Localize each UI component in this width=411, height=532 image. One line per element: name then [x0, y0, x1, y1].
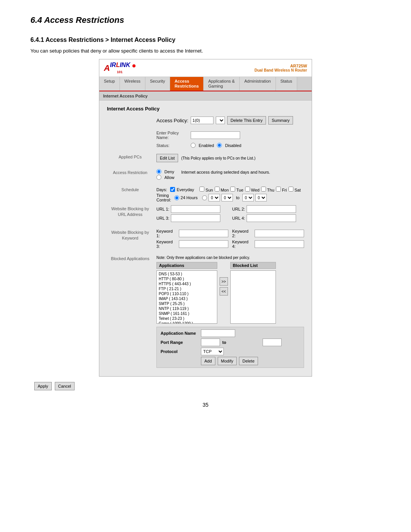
- fri-checkbox[interactable]: [276, 187, 281, 192]
- tab-setup[interactable]: Setup: [99, 77, 120, 91]
- blocked-listbox[interactable]: [230, 270, 276, 324]
- schedule-section: Schedule Days: Everyday Sun Mon Tue Wed …: [107, 187, 304, 202]
- url2-input[interactable]: [247, 205, 296, 213]
- url4-input[interactable]: [247, 214, 296, 222]
- tab-security[interactable]: Security: [145, 77, 170, 91]
- url-grid: URL 1: URL 2: URL 3: URL 4:: [156, 205, 304, 222]
- allow-radio-group: Allow: [156, 175, 174, 180]
- list-item[interactable]: IMAP ( 143-143 ): [158, 296, 216, 301]
- deny-radio[interactable]: [156, 169, 161, 174]
- url3-label: URL 3:: [156, 216, 169, 220]
- list-item[interactable]: NNTP ( 119-119 ): [158, 306, 216, 311]
- status-radio-group: Enabled Disabled: [191, 143, 241, 148]
- list-item[interactable]: Game ( 1000-1200 ): [158, 321, 216, 324]
- timing-24h-radio[interactable]: [174, 195, 179, 200]
- kw3-row: Keyword 3:: [156, 240, 228, 249]
- timing-to-h-select[interactable]: 0: [242, 194, 254, 201]
- port-to-input[interactable]: [263, 339, 282, 346]
- url1-input[interactable]: [171, 205, 220, 213]
- tab-wireless[interactable]: Wireless: [120, 77, 145, 91]
- port-actions: Add Modify Delete: [161, 357, 300, 365]
- protocol-row: Protocol TCP UDP Both: [161, 348, 300, 355]
- router-logo: A IRLINK 101: [104, 62, 135, 74]
- mon-checkbox[interactable]: [215, 187, 220, 192]
- status-enabled-radio[interactable]: [191, 143, 196, 148]
- tab-access-restrictions[interactable]: AccessRestrictions: [170, 77, 204, 91]
- delete-entry-button[interactable]: Delete This Entry: [227, 116, 266, 125]
- tab-administration[interactable]: Administration: [240, 77, 276, 91]
- kw2-input[interactable]: [255, 230, 304, 237]
- tue-checkbox[interactable]: [230, 187, 235, 192]
- apply-button[interactable]: Apply: [34, 382, 52, 390]
- timing-to-m-select[interactable]: 0: [255, 194, 267, 201]
- modify-port-button[interactable]: Modify: [218, 357, 237, 365]
- list-item[interactable]: HTTPS ( 443-443 ): [158, 281, 216, 286]
- status-disabled-label: Disabled: [225, 143, 241, 148]
- port-from-input[interactable]: [201, 339, 220, 346]
- sun-checkbox[interactable]: [199, 187, 204, 192]
- apps-arrows: >> <<: [220, 262, 228, 296]
- list-item[interactable]: SMTP ( 25-25 ): [158, 301, 216, 306]
- applications-listbox[interactable]: DNS ( 53-53 ) HTTP ( 80-80 ) HTTPS ( 443…: [156, 270, 217, 324]
- tab-applications-gaming[interactable]: Applications &Gaming: [204, 77, 240, 91]
- delete-port-button[interactable]: Delete: [239, 357, 258, 365]
- access-restriction-label: Access Restriction: [107, 169, 156, 184]
- list-item[interactable]: DNS ( 53-53 ): [158, 272, 216, 276]
- kw4-row: Keyword 4:: [232, 240, 304, 249]
- remove-from-blocked-button[interactable]: <<: [220, 287, 228, 296]
- apps-container: Applications DNS ( 53-53 ) HTTP ( 80-80 …: [156, 262, 304, 324]
- list-item[interactable]: SNMP ( 161-161 ): [158, 311, 216, 316]
- days-label: Days:: [156, 187, 167, 192]
- timing-custom-radio[interactable]: [202, 195, 207, 200]
- policy-name-label: Enter Policy Name:: [156, 131, 191, 140]
- list-item[interactable]: Telnet ( 23-23 ): [158, 316, 216, 321]
- page-title: 6.4 Access Restrictions: [30, 15, 381, 25]
- allow-radio[interactable]: [156, 175, 161, 180]
- summary-button[interactable]: Summary: [268, 116, 293, 125]
- sat-checkbox[interactable]: [288, 187, 293, 192]
- add-to-blocked-button[interactable]: >>: [220, 277, 228, 286]
- list-item[interactable]: POP3 ( 110-110 ): [158, 291, 216, 296]
- add-port-button[interactable]: Add: [201, 357, 215, 365]
- sub-nav-internet-access[interactable]: Internet Access Policy: [103, 94, 148, 98]
- access-policy-input[interactable]: [191, 117, 213, 124]
- list-item[interactable]: HTTP ( 80-80 ): [158, 276, 216, 281]
- app-name-input[interactable]: [201, 329, 235, 337]
- url3-input[interactable]: [171, 214, 220, 222]
- form-section-title: Internet Access Policy: [107, 106, 304, 112]
- everyday-checkbox[interactable]: [170, 187, 175, 192]
- url3-row: URL 3:: [156, 214, 228, 222]
- policy-name-section: Enter Policy Name: Status: Enabled Disab…: [107, 131, 304, 151]
- kw4-input[interactable]: [255, 240, 304, 248]
- policy-name-input[interactable]: [191, 131, 240, 139]
- thu-checkbox[interactable]: [261, 187, 266, 192]
- port-section: Application Name Port Range to Protocol …: [156, 327, 304, 368]
- timing-from-h-select[interactable]: 0: [209, 194, 220, 201]
- protocol-select[interactable]: TCP UDP Both: [201, 348, 224, 355]
- status-label: Status:: [156, 143, 191, 148]
- timing-from-m-select[interactable]: 0: [221, 194, 233, 201]
- applications-header: Applications: [156, 262, 217, 269]
- access-policy-select[interactable]: ▼: [216, 117, 225, 124]
- kw3-label: Keyword 3:: [156, 240, 177, 249]
- everyday-label: Everyday: [177, 187, 194, 192]
- deny-description: Internet access during selected days and…: [181, 170, 270, 174]
- deny-label: Deny: [164, 169, 174, 174]
- logo-dot: [132, 64, 135, 67]
- status-disabled-radio[interactable]: [217, 143, 222, 148]
- edit-list-button[interactable]: Edit List: [156, 154, 178, 162]
- list-item[interactable]: FTP ( 21-21 ): [158, 286, 216, 291]
- applications-col: Applications DNS ( 53-53 ) HTTP ( 80-80 …: [156, 262, 217, 324]
- wed-checkbox[interactable]: [245, 187, 250, 192]
- blocked-apps-label: Blocked Applications: [107, 256, 156, 368]
- kw1-input[interactable]: [179, 230, 228, 237]
- kw1-label: Keyword 1:: [156, 229, 177, 238]
- status-row: Status: Enabled Disabled: [156, 143, 304, 148]
- cancel-button[interactable]: Cancel: [55, 382, 75, 390]
- blocked-apps-note: Note: Only three applications can be blo…: [156, 256, 304, 260]
- kw4-label: Keyword 4:: [232, 240, 253, 249]
- tab-status[interactable]: Status: [276, 77, 297, 91]
- kw3-input[interactable]: [179, 240, 228, 248]
- app-name-row: Application Name: [161, 329, 300, 337]
- keyword-blocking-section: Website Blocking by Keyword Keyword 1: K…: [107, 229, 304, 252]
